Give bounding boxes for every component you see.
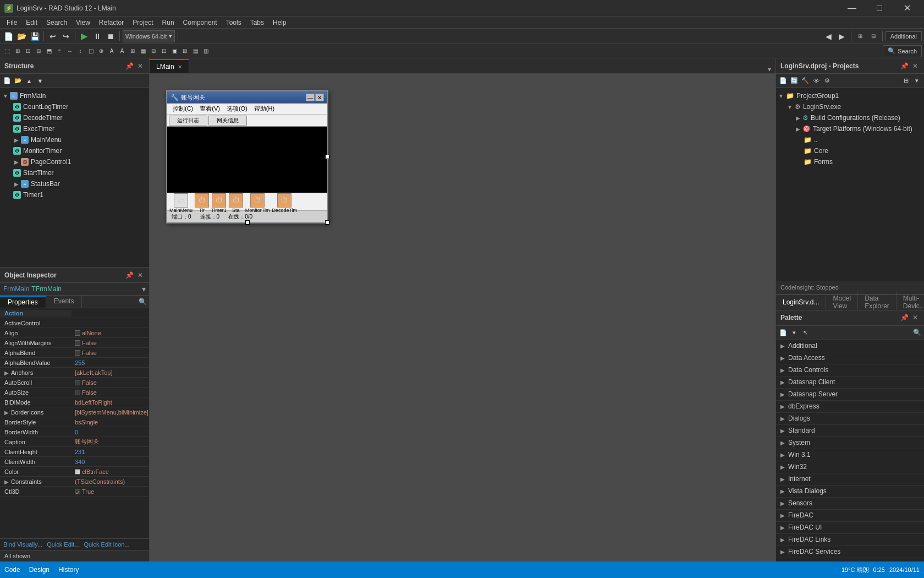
prop-activecontrol[interactable]: ActiveControl — [0, 318, 149, 328]
tb2-btn-20[interactable]: ▥ — [201, 46, 211, 56]
menu-view[interactable]: View — [72, 18, 95, 28]
prop-clientheight[interactable]: ClientHeight 231 — [0, 447, 149, 457]
tb2-btn-15[interactable]: ⊟ — [148, 46, 158, 56]
tab-properties[interactable]: Properties — [0, 296, 46, 308]
save-button[interactable]: 💾 — [29, 30, 41, 42]
menu-help[interactable]: Help — [268, 18, 291, 28]
tb2-btn-9[interactable]: ◫ — [86, 46, 96, 56]
comp-sta[interactable]: ⏱ Sta — [229, 193, 243, 213]
additional-icon-1[interactable]: ⊞ — [854, 30, 866, 42]
proj-view-btn[interactable]: 👁 — [811, 76, 821, 86]
proj-refresh-btn[interactable]: 🔄 — [789, 76, 799, 86]
project-pin-button[interactable]: 📌 — [900, 62, 909, 70]
prop-bordericons[interactable]: ▶BorderIcons [biSystemMenu,biMinimize] — [0, 407, 149, 417]
tb2-btn-8[interactable]: ↕ — [75, 46, 85, 56]
tab-close-icon[interactable]: ✕ — [178, 64, 182, 70]
palette-cursor-btn[interactable]: ↖ — [800, 328, 810, 337]
menu-tabs[interactable]: Tabs — [246, 18, 268, 28]
palette-group-datasnapserver[interactable]: ▶ Datasnap Server — [776, 389, 924, 401]
palette-group-dialogs[interactable]: ▶ Dialogs — [776, 413, 924, 425]
proj-item-exe[interactable]: ▼ ⚙ LoginSrv.exe — [776, 101, 924, 112]
form-menu-help[interactable]: 帮助(H) — [251, 104, 278, 113]
status-design[interactable]: Design — [29, 566, 50, 574]
prop-borderstyle[interactable]: BorderStyle bsSingle — [0, 417, 149, 427]
resize-handle-bottom-right[interactable] — [325, 220, 329, 225]
back-button[interactable]: ◀ — [823, 30, 835, 42]
platform-dropdown[interactable]: Windows 64-bit ▾ — [123, 30, 175, 42]
comp-timer1[interactable]: ⏱ Timer1 — [211, 193, 227, 213]
palette-group-vistadialogs[interactable]: ▶ Vista Dialogs — [776, 486, 924, 498]
obj-inspector-pin-button[interactable]: 📌 — [125, 271, 134, 280]
palette-new-btn[interactable]: 📄 — [778, 328, 788, 337]
status-code[interactable]: Code — [4, 566, 20, 574]
tree-item-statusBar[interactable]: ▶ ≡ StatusBar — [0, 178, 149, 189]
tree-item-countLogTimer[interactable]: ⏱ CountLogTimer — [0, 101, 149, 112]
bottom-tab-loginsrv[interactable]: LoginSrv.d... — [776, 296, 826, 308]
proj-item-forms[interactable]: 📁 Forms — [776, 156, 924, 167]
tab-lmain[interactable]: LMain ✕ — [150, 59, 189, 73]
project-close-button[interactable]: ✕ — [911, 62, 920, 70]
prop-alphablendvalue[interactable]: AlphaBlendValue 255 — [0, 358, 149, 368]
palette-group-internet[interactable]: ▶ Internet — [776, 473, 924, 486]
proj-options-btn[interactable]: ⚙ — [822, 76, 832, 86]
menu-refactor[interactable]: Refactor — [95, 18, 128, 28]
menu-edit[interactable]: Edit — [21, 18, 42, 28]
palette-group-dataaccess[interactable]: ▶ Data Access — [776, 352, 924, 364]
tb2-btn-19[interactable]: ▤ — [190, 46, 200, 56]
bottom-tab-dataexplorer[interactable]: Data Explorer — [858, 292, 897, 312]
struct-down-btn[interactable]: ▼ — [35, 76, 45, 86]
open-button[interactable]: 📂 — [15, 30, 28, 42]
proj-build-btn[interactable]: 🔨 — [800, 76, 810, 86]
tb2-btn-4[interactable]: ⊟ — [34, 46, 43, 56]
tb2-btn-10[interactable]: ⊕ — [96, 46, 106, 56]
struct-up-btn[interactable]: ▲ — [24, 76, 34, 86]
resize-handle-bottom-center[interactable] — [245, 220, 250, 225]
proj-item-build[interactable]: ▶ ⚙ Build Configurations (Release) — [776, 112, 924, 123]
menu-tools[interactable]: Tools — [222, 18, 246, 28]
comp-tir[interactable]: ⏱ Tir — [195, 193, 209, 213]
prop-color[interactable]: Color clBtnFace — [0, 467, 149, 477]
proj-item-target[interactable]: ▶ 🎯 Target Platforms (Windows 64-bit) — [776, 123, 924, 134]
palette-group-sensors[interactable]: ▶ Sensors — [776, 498, 924, 510]
form-runlog-button[interactable]: 运行日志 — [169, 116, 207, 126]
proj-new-btn[interactable]: 📄 — [778, 76, 788, 86]
structure-pin-button[interactable]: 📌 — [125, 62, 134, 70]
obj-expand-button[interactable]: ▾ — [142, 285, 146, 293]
tree-item-timer1[interactable]: ⏱ Timer1 — [0, 189, 149, 200]
palette-group-system[interactable]: ▶ System — [776, 437, 924, 449]
palette-group-win31[interactable]: ▶ Win 3.1 — [776, 449, 924, 461]
palette-group-firedacservices[interactable]: ▶ FireDAC Services — [776, 546, 924, 558]
comp-decodetim[interactable]: ⏱ DecodeTim — [272, 193, 297, 213]
tree-item-startTimer[interactable]: ⏱ StartTimer — [0, 167, 149, 178]
palette-group-firedac[interactable]: ▶ FireDAC — [776, 510, 924, 522]
menu-component[interactable]: Component — [179, 18, 222, 28]
struct-new-btn[interactable]: 📄 — [2, 76, 12, 86]
comp-mainmenu[interactable]: 🗂 MainMenu — [169, 193, 193, 213]
maximize-button[interactable]: □ — [867, 0, 892, 17]
tb2-btn-2[interactable]: ⊞ — [13, 46, 23, 56]
tb2-btn-16[interactable]: ⊡ — [159, 46, 169, 56]
proj-item-core[interactable]: 📁 Core — [776, 145, 924, 156]
redo-button[interactable]: ↪ — [60, 30, 72, 42]
resize-handle-right-center[interactable] — [325, 155, 329, 159]
pause-button[interactable]: ⏸ — [91, 30, 103, 42]
tree-item-frmMain[interactable]: ▼ F FrmMain — [0, 90, 149, 101]
proj-item-group[interactable]: ▼ 📁 ProjectGroup1 — [776, 90, 924, 101]
prop-caption[interactable]: Caption 账号网关 — [0, 437, 149, 447]
search-button[interactable]: 🔍 Search — [883, 45, 922, 57]
bottom-tab-multidevice[interactable]: Multi-Devic... — [897, 292, 924, 312]
menu-file[interactable]: File — [2, 18, 21, 28]
obj-search-button[interactable]: 🔍 — [139, 298, 147, 306]
tree-item-mainMenu[interactable]: ▶ ≡ MainMenu — [0, 134, 149, 145]
prop-borderwidth[interactable]: BorderWidth 0 — [0, 427, 149, 437]
form-minimize-button[interactable]: — — [306, 94, 315, 101]
stop-button[interactable]: ⏹ — [105, 30, 117, 42]
prop-autoscroll[interactable]: AutoScroll False — [0, 378, 149, 388]
additional-icon-2[interactable]: ⊟ — [867, 30, 879, 42]
form-gatewayinfo-button[interactable]: 网关信息 — [208, 116, 247, 126]
palette-group-firedacui[interactable]: ▶ FireDAC UI — [776, 522, 924, 534]
new-button[interactable]: 📄 — [2, 30, 14, 42]
status-history[interactable]: History — [58, 566, 79, 574]
palette-group-win32[interactable]: ▶ Win32 — [776, 461, 924, 473]
palette-search-icon[interactable]: 🔍 — [912, 328, 922, 337]
